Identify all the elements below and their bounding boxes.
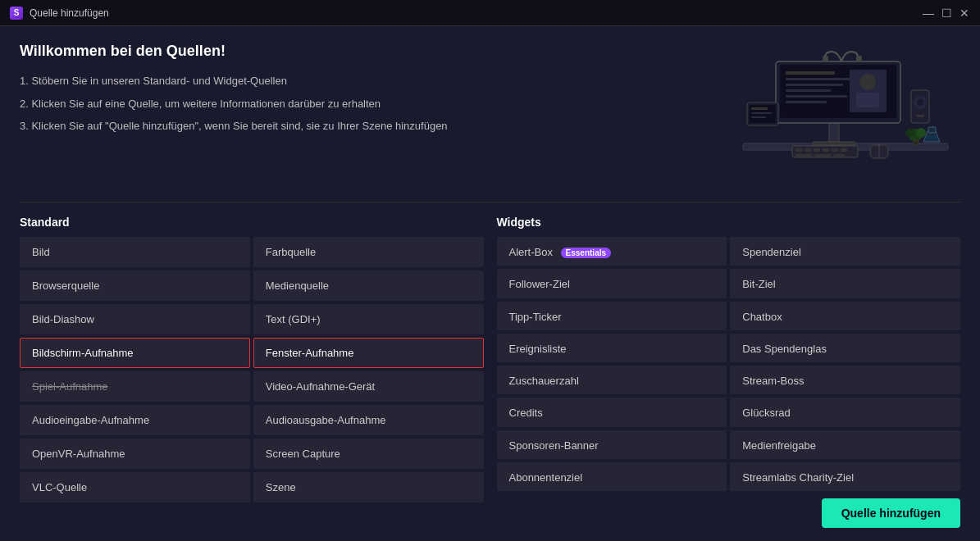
item-audioausgabe[interactable]: Audioausgabe-Aufnahme [253,405,484,435]
svg-point-12 [859,74,876,90]
svg-rect-5 [786,71,835,75]
section-divider [20,202,960,202]
hero-step-3: 3. Klicken Sie auf "Quelle hinzufügen", … [20,118,731,134]
item-spendenglas[interactable]: Das Spendenglas [730,334,960,362]
item-spendenziel[interactable]: Spendenziel [730,237,960,266]
svg-rect-30 [823,56,828,62]
svg-rect-19 [832,148,838,152]
item-medienfreigabe[interactable]: Medienfreigabe [730,430,960,459]
svg-rect-21 [795,154,812,157]
item-follower-ziel[interactable]: Follower-Ziel [497,269,727,298]
svg-rect-8 [786,89,831,92]
item-spiel-aufnahme[interactable]: Spiel-Aufnahme [20,371,250,402]
svg-rect-2 [813,142,855,145]
item-ereignisliste[interactable]: Ereignisliste [497,334,727,362]
item-fenster-aufnahme[interactable]: Fenster-Aufnahme [253,338,484,368]
item-medienquelle[interactable]: Medienquelle [253,270,484,301]
widgets-header: Widgets [497,216,961,229]
item-bildschirm-aufnahme[interactable]: Bildschirm-Aufnahme [20,338,250,368]
hero-title: Willkommen bei den Quellen! [20,43,731,60]
widgets-column: Widgets Alert-Box Essentials Spendenziel… [497,216,961,525]
standard-header: Standard [20,216,484,229]
item-bit-ziel[interactable]: Bit-Ziel [730,269,960,298]
svg-rect-6 [786,78,851,80]
hero-steps: 1. Stöbern Sie in unseren Standard- und … [20,73,731,134]
hero-section: Willkommen bei den Quellen! 1. Stöbern S… [20,43,960,182]
hero-illustration [731,43,960,174]
item-chatbox[interactable]: Chatbox [730,302,960,330]
item-zuschauerzahl[interactable]: Zuschauerzahl [497,366,727,394]
add-source-button[interactable]: Quelle hinzufügen [822,498,960,528]
item-screen-capture[interactable]: Screen Capture [253,439,484,469]
main-content: Willkommen bei den Quellen! 1. Stöbern S… [0,26,980,541]
item-stream-boss[interactable]: Stream-Boss [730,366,960,394]
footer: Quelle hinzufügen [822,498,960,528]
svg-rect-20 [841,148,847,152]
svg-point-28 [905,129,914,137]
item-text-gdi[interactable]: Text (GDI+) [253,304,484,334]
hero-step-1: 1. Stöbern Sie in unseren Standard- und … [20,73,731,89]
svg-rect-10 [786,101,827,103]
item-farbquelle[interactable]: Farbquelle [253,237,484,267]
item-tipp-ticker[interactable]: Tipp-Ticker [497,302,727,330]
app-icon: S [10,7,23,20]
item-alert-box[interactable]: Alert-Box Essentials [497,237,727,266]
source-columns: Standard Bild Farbquelle Browserquelle M… [20,216,960,525]
svg-rect-29 [914,140,918,145]
svg-rect-42 [751,116,766,118]
item-sponsoren-banner[interactable]: Sponsoren-Banner [497,430,727,459]
svg-rect-16 [805,148,811,152]
svg-rect-41 [751,112,772,114]
standard-grid: Bild Farbquelle Browserquelle Medienquel… [20,237,484,502]
standard-column: Standard Bild Farbquelle Browserquelle M… [20,216,484,525]
close-button[interactable]: ✕ [959,7,970,19]
svg-rect-17 [814,148,820,152]
item-bild[interactable]: Bild [20,237,250,267]
item-abonnentenziel[interactable]: Abonnentenziel [497,462,727,491]
hero-step-2: 2. Klicken Sie auf eine Quelle, um weite… [20,96,731,112]
item-credits[interactable]: Credits [497,398,727,426]
svg-rect-22 [814,154,831,157]
item-bild-diashow[interactable]: Bild-Diashow [20,304,250,334]
minimize-button[interactable]: — [923,7,934,19]
item-video-aufnahme-gerat[interactable]: Video-Aufnahme-Gerät [253,371,484,402]
item-szene[interactable]: Szene [253,472,484,502]
item-browserquelle[interactable]: Browserquelle [20,270,250,301]
svg-point-27 [916,128,926,138]
svg-point-34 [917,99,923,106]
svg-rect-35 [916,115,924,117]
item-openvr[interactable]: OpenVR-Aufnahme [20,439,250,469]
item-streamlabs-charity[interactable]: Streamlabs Charity-Ziel [730,462,960,491]
svg-rect-7 [786,84,843,86]
window-controls: — ☐ ✕ [923,7,970,19]
item-vlc-quelle[interactable]: VLC-Quelle [20,472,250,502]
item-audioeingabe[interactable]: Audioeingabe-Aufnahme [20,405,250,435]
svg-rect-18 [823,148,829,152]
svg-rect-40 [751,107,768,110]
svg-rect-36 [928,127,936,133]
svg-rect-23 [833,154,845,157]
title-bar: S Quelle hinzufügen — ☐ ✕ [0,0,980,26]
svg-rect-13 [856,93,879,107]
title-bar-title: Quelle hinzufügen [30,7,916,19]
svg-rect-9 [786,95,847,98]
svg-point-37 [926,135,937,140]
maximize-button[interactable]: ☐ [941,7,952,19]
widgets-grid: Alert-Box Essentials Spendenziel Followe… [497,237,961,491]
svg-rect-15 [795,148,802,152]
hero-text: Willkommen bei den Quellen! 1. Stöbern S… [20,43,731,134]
essentials-badge: Essentials [561,248,611,258]
svg-rect-31 [856,56,862,62]
item-glucksrad[interactable]: Glücksrad [730,398,960,426]
